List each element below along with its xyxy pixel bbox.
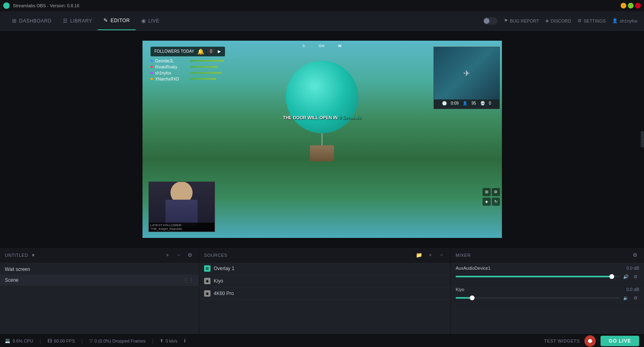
source-item-4k60[interactable]: ◉ 4K60 Pro <box>199 287 450 300</box>
scenes-title-text: UNTITLED <box>5 253 28 258</box>
settings-label: SETTINGS <box>584 19 606 23</box>
player-dot <box>151 66 153 68</box>
scenes-dropdown-icon: ▼ <box>31 253 35 258</box>
hud-icon-4: ↻ <box>492 198 500 206</box>
nav-live[interactable]: ◉ LIVE <box>136 11 165 30</box>
scene-item-wait[interactable]: Wait screen <box>0 264 199 275</box>
titlebar: Streamlabs OBS - Version: 0.8.16 − □ × <box>0 0 644 11</box>
mixer-channel-1-header: AuxAudioDevice1 0.0 dB <box>456 266 639 271</box>
sources-panel-title: SOURCES <box>204 253 412 258</box>
mixer-channel-2-db: 0.0 dB <box>626 287 639 292</box>
theme-toggle[interactable] <box>483 17 497 25</box>
mixer-channel-2-speaker[interactable]: 🔉 <box>622 294 630 302</box>
dropped-value: 0 (0.0%) Dropped Frames <box>95 339 146 343</box>
app-title: Streamlabs OBS - Version: 0.8.16 <box>13 3 79 8</box>
player-row: XNarchxRXD <box>151 77 224 81</box>
sources-folder-button[interactable]: 📁 <box>415 251 423 259</box>
preview-area[interactable]: S SW W FOLLOWERS TODAY 🔔 0 ▶ GeordieJL <box>0 31 644 248</box>
sidebar-toggle[interactable]: › <box>641 131 644 147</box>
bottom-panels: UNTITLED ▼ + − ⚙ Wait screen Scene ⋮⋮ S <box>0 248 644 334</box>
sources-add-button[interactable]: + <box>426 251 434 259</box>
scene-item-scene-label: Scene <box>5 277 19 283</box>
sources-panel-header: SOURCES 📁 + − <box>199 248 450 262</box>
webcam-follower-label: LATEST FOLLOWER: <box>151 223 182 227</box>
discord-icon: ◈ <box>545 18 549 23</box>
library-icon: ☰ <box>63 18 68 24</box>
source-4k60-icon: ◉ <box>204 290 211 297</box>
status-sep-3: | <box>152 338 154 344</box>
followers-bar: FOLLOWERS TODAY 🔔 0 ▶ <box>151 47 225 56</box>
mixer-channel-1-db: 0.0 dB <box>626 266 639 271</box>
source-overlay-icon: ⊞ <box>204 265 211 272</box>
nav-right: ⚑ BUG REPORT ◈ DISCORD ⚙ SETTINGS 👤 sh1n… <box>483 17 638 25</box>
mixer-channel-1-slider[interactable] <box>456 276 620 277</box>
minimize-button[interactable]: − <box>621 3 626 8</box>
minimap-players-icon: 👤 <box>462 101 467 105</box>
player-list: GeordieJL RivalxRusky sh1nyfox <box>151 59 224 83</box>
mixer-settings-button[interactable]: ⚙ <box>631 251 639 259</box>
discord-label: DISCORD <box>551 19 571 23</box>
mixer-channel-1-speaker[interactable]: 🔊 <box>622 273 630 280</box>
live-icon: ◉ <box>141 18 146 24</box>
cpu-value: 9.6% CPU <box>12 339 33 343</box>
mixer-slider-fill <box>456 276 612 277</box>
mixer-panel-header: MIXER ⚙ <box>451 248 644 262</box>
mixer-channel-1-settings[interactable]: ⚙ <box>632 273 639 280</box>
followers-label: FOLLOWERS TODAY <box>155 49 194 54</box>
mixer-channel-2-slider[interactable] <box>456 297 620 299</box>
minimap-icon: ✈ <box>463 68 470 78</box>
compass-w: W <box>338 44 342 48</box>
record-button[interactable] <box>584 335 596 347</box>
source-overlay-name: Overlay 1 <box>214 266 446 271</box>
settings-button[interactable]: ⚙ SETTINGS <box>578 18 606 23</box>
minimap-players: 95 <box>471 101 476 105</box>
webcam-overlay: LATEST FOLLOWER: THE_Knight_Republic <box>149 182 215 232</box>
door-text: THE DOOR WILL OPEN IN <box>283 115 338 120</box>
source-item-overlay[interactable]: ⊞ Overlay 1 <box>199 262 450 275</box>
bandwidth-value: 0 kb/s <box>165 339 177 343</box>
compass-text: S <box>302 44 305 48</box>
discord-button[interactable]: ◈ DISCORD <box>545 18 571 23</box>
scenes-remove-button[interactable]: − <box>175 251 183 259</box>
source-item-kiyo[interactable]: ◉ Kiyo <box>199 275 450 287</box>
scenes-add-button[interactable]: + <box>163 251 171 259</box>
player-bar <box>190 78 216 80</box>
info-button[interactable]: ℹ <box>184 338 186 343</box>
scene-item-scene[interactable]: Scene ⋮⋮ <box>0 275 199 286</box>
door-countdown: 9 Seconds <box>339 115 361 120</box>
mixer-slider-thumb <box>470 295 475 300</box>
nav-editor[interactable]: ✎ EDITOR <box>98 11 136 30</box>
player-dot <box>151 72 153 74</box>
source-4k60-name: 4K60 Pro <box>214 291 446 296</box>
go-live-button[interactable]: GO LIVE <box>601 336 639 346</box>
mixer-channel-2-controls: 🔉 ⚙ <box>456 294 639 302</box>
minimap-stats: 🕐 0:09 👤 95 💀 0 <box>434 99 500 107</box>
maximize-button[interactable]: □ <box>628 3 634 8</box>
close-button[interactable]: × <box>635 3 641 8</box>
nav-library[interactable]: ☰ LIBRARY <box>57 11 98 30</box>
player-name: XNarchxRXD <box>155 77 188 81</box>
followers-arrow: ▶ <box>218 49 221 54</box>
player-bar <box>190 66 218 68</box>
user-button[interactable]: 👤 sh1nyfox <box>612 18 638 23</box>
test-widgets-button[interactable]: TEST WIDGETS <box>544 339 580 343</box>
dashboard-icon: ⊞ <box>12 18 17 24</box>
mixer-channel-2-name: Kiyo <box>456 287 464 292</box>
bug-report-button[interactable]: ⚑ BUG REPORT <box>504 18 539 23</box>
bug-report-icon: ⚑ <box>504 18 508 23</box>
nav-dashboard[interactable]: ⊞ DASHBOARD <box>6 11 57 30</box>
sources-remove-button[interactable]: − <box>438 251 446 259</box>
dropped-icon: ▽ <box>89 338 93 343</box>
cpu-status: 💻 9.6% CPU <box>5 338 33 343</box>
mixer-slider-thumb <box>609 274 614 279</box>
door-message: THE DOOR WILL OPEN IN 9 Seconds <box>283 115 361 120</box>
mixer-channel-2-settings[interactable]: ⚙ <box>632 294 639 302</box>
scenes-settings-button[interactable]: ⚙ <box>186 251 194 259</box>
compass-hud: S SW W <box>302 44 341 48</box>
hud-icon-2: ⚙ <box>492 188 500 196</box>
icons-overlay: ⊞ ⚙ ◈ ↻ <box>483 188 500 206</box>
scenes-panel: UNTITLED ▼ + − ⚙ Wait screen Scene ⋮⋮ <box>0 248 199 334</box>
fps-value: 60.00 FPS <box>54 339 75 343</box>
player-name: sh1nyfox <box>155 71 188 75</box>
mixer-panel-title: MIXER <box>456 253 628 258</box>
